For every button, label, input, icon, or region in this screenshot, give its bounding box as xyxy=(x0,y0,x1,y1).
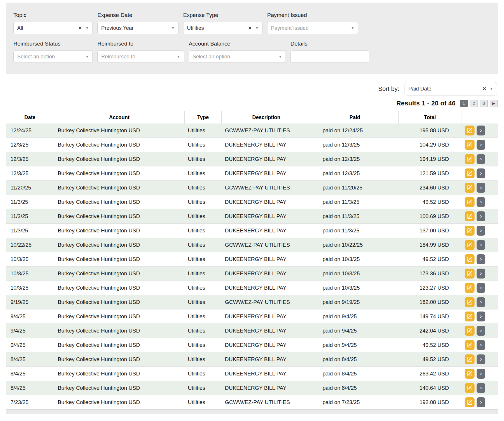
chevron-right-icon: › xyxy=(480,299,482,305)
row-detail-chevron-button[interactable]: › xyxy=(477,154,485,164)
page-button-1[interactable]: 1 xyxy=(460,100,468,107)
cell-actions: › xyxy=(461,183,498,193)
table-row[interactable]: 12/3/25 Burkey Collective Huntington USD… xyxy=(6,138,498,152)
edit-button[interactable] xyxy=(465,297,475,307)
cell-type: Utilities xyxy=(184,356,221,363)
details-input[interactable] xyxy=(290,51,369,63)
table-row[interactable]: 10/3/25 Burkey Collective Huntington USD… xyxy=(6,281,498,295)
cell-description: DUKEENERGY BILL PAY xyxy=(221,256,311,262)
cell-actions: › xyxy=(461,140,498,150)
row-detail-chevron-button[interactable]: › xyxy=(477,340,485,350)
cell-paid: paid on 10/3/25 xyxy=(311,270,398,277)
expense-type-select[interactable]: Utilities ✕ ▼ xyxy=(183,22,262,34)
pencil-square-icon xyxy=(467,128,472,133)
table-row[interactable]: 8/4/25 Burkey Collective Huntington USD … xyxy=(6,367,498,381)
edit-button[interactable] xyxy=(465,397,475,407)
topic-select[interactable]: All ✕ ▼ xyxy=(13,22,93,34)
edit-button[interactable] xyxy=(465,183,475,193)
row-detail-chevron-button[interactable]: › xyxy=(477,312,485,321)
edit-button[interactable] xyxy=(465,340,475,350)
sort-select[interactable]: Paid Date ✕ ▼ xyxy=(405,82,497,95)
table-row[interactable]: 12/24/25 Burkey Collective Huntington US… xyxy=(6,123,498,138)
edit-button[interactable] xyxy=(465,211,475,221)
chevron-down-icon: ▼ xyxy=(85,26,89,30)
cell-date: 11/20/25 xyxy=(6,185,54,191)
row-detail-chevron-button[interactable]: › xyxy=(477,297,485,307)
edit-button[interactable] xyxy=(465,354,475,364)
cell-paid: paid on 11/3/25 xyxy=(311,213,398,220)
cell-total: 242.04 USD xyxy=(398,328,461,334)
row-detail-chevron-button[interactable]: › xyxy=(477,240,485,250)
table-row[interactable]: 9/4/25 Burkey Collective Huntington USD … xyxy=(6,338,498,352)
pencil-square-icon xyxy=(467,228,472,233)
edit-button[interactable] xyxy=(465,254,475,264)
table-row[interactable]: 9/4/25 Burkey Collective Huntington USD … xyxy=(6,324,498,338)
table-row[interactable]: 10/3/25 Burkey Collective Huntington USD… xyxy=(6,252,498,267)
reimbursed-status-select[interactable]: Select an option ▼ xyxy=(13,51,93,63)
edit-button[interactable] xyxy=(465,154,475,164)
account-balance-select[interactable]: Select an option ▼ xyxy=(189,51,286,63)
row-detail-chevron-button[interactable]: › xyxy=(477,168,485,178)
reimbursed-to-select[interactable]: Reimbursed to ▼ xyxy=(97,51,184,63)
row-detail-chevron-button[interactable]: › xyxy=(477,226,485,236)
table-row[interactable]: 9/4/25 Burkey Collective Huntington USD … xyxy=(6,309,498,324)
edit-button[interactable] xyxy=(465,126,475,135)
table-row[interactable]: 9/19/25 Burkey Collective Huntington USD… xyxy=(6,295,498,309)
edit-button[interactable] xyxy=(465,226,475,236)
row-detail-chevron-button[interactable]: › xyxy=(477,369,485,379)
edit-button[interactable] xyxy=(465,168,475,178)
row-detail-chevron-button[interactable]: › xyxy=(477,383,485,393)
filter-panel: Topic All ✕ ▼ Expense Date Previous Year… xyxy=(6,3,498,74)
clear-icon[interactable]: ✕ xyxy=(483,86,487,91)
table-row[interactable]: 12/3/25 Burkey Collective Huntington USD… xyxy=(6,166,498,181)
edit-button[interactable] xyxy=(465,240,475,250)
row-detail-chevron-button[interactable]: › xyxy=(477,183,485,193)
cell-actions: › xyxy=(461,211,498,221)
row-detail-chevron-button[interactable]: › xyxy=(477,354,485,364)
table-row[interactable]: 10/3/25 Burkey Collective Huntington USD… xyxy=(6,267,498,281)
payment-issued-select[interactable]: Payment Issued ▼ xyxy=(267,22,358,34)
edit-button[interactable] xyxy=(465,326,475,336)
chevron-right-icon: › xyxy=(480,141,482,148)
page-button-2[interactable]: 2 xyxy=(470,100,478,107)
edit-button[interactable] xyxy=(465,197,475,207)
row-detail-chevron-button[interactable]: › xyxy=(477,126,485,135)
table-row[interactable]: 8/4/25 Burkey Collective Huntington USD … xyxy=(6,352,498,367)
filter-label: Details xyxy=(290,41,369,47)
cell-total: 49.52 USD xyxy=(398,256,461,262)
table-row[interactable]: 11/3/25 Burkey Collective Huntington USD… xyxy=(6,209,498,224)
edit-button[interactable] xyxy=(465,140,475,150)
row-detail-chevron-button[interactable]: › xyxy=(477,197,485,207)
cell-total: 149.74 USD xyxy=(398,313,461,320)
clear-icon[interactable]: ✕ xyxy=(78,25,82,31)
edit-button[interactable] xyxy=(465,269,475,279)
row-detail-chevron-button[interactable]: › xyxy=(477,140,485,150)
page-button-3[interactable]: 3 xyxy=(480,100,488,107)
cell-date: 12/24/25 xyxy=(6,127,54,134)
expense-date-select[interactable]: Previous Year ▼ xyxy=(97,22,178,34)
table-row[interactable]: 11/20/25 Burkey Collective Huntington US… xyxy=(6,181,498,195)
filter-field: Topic All ✕ ▼ xyxy=(13,12,93,34)
cell-type: Utilities xyxy=(184,342,221,348)
edit-button[interactable] xyxy=(465,369,475,379)
edit-button[interactable] xyxy=(465,383,475,393)
edit-button[interactable] xyxy=(465,283,475,293)
row-detail-chevron-button[interactable]: › xyxy=(477,283,485,293)
clear-icon[interactable]: ✕ xyxy=(248,25,252,31)
table-row[interactable]: 8/4/25 Burkey Collective Huntington USD … xyxy=(6,381,498,395)
next-page-button[interactable]: ▶ xyxy=(490,100,498,107)
table-row[interactable]: 11/3/25 Burkey Collective Huntington USD… xyxy=(6,224,498,238)
table-row[interactable]: 12/3/25 Burkey Collective Huntington USD… xyxy=(6,152,498,166)
table-row[interactable]: 10/22/25 Burkey Collective Huntington US… xyxy=(6,238,498,252)
edit-button[interactable] xyxy=(465,312,475,321)
cell-type: Utilities xyxy=(184,142,221,148)
row-detail-chevron-button[interactable]: › xyxy=(477,269,485,279)
row-detail-chevron-button[interactable]: › xyxy=(477,254,485,264)
table-row[interactable]: 7/23/25 Burkey Collective Huntington USD… xyxy=(6,395,498,410)
row-detail-chevron-button[interactable]: › xyxy=(477,326,485,336)
cell-paid: paid on 10/3/25 xyxy=(311,285,398,291)
row-detail-chevron-button[interactable]: › xyxy=(477,211,485,221)
row-detail-chevron-button[interactable]: › xyxy=(477,397,485,407)
pencil-square-icon xyxy=(467,257,472,262)
table-row[interactable]: 11/3/25 Burkey Collective Huntington USD… xyxy=(6,195,498,209)
